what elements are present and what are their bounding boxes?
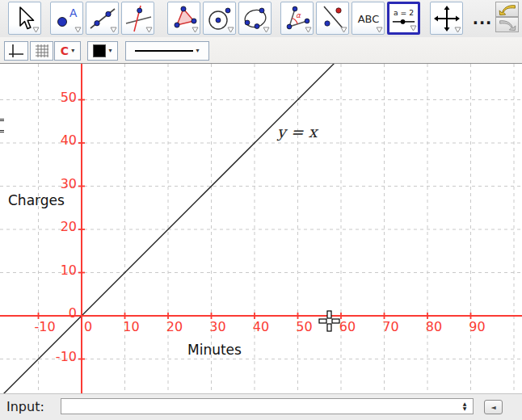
- svg-text:20: 20: [166, 319, 183, 334]
- svg-text:0: 0: [84, 319, 92, 334]
- input-help-toggle-button[interactable]: ◄: [484, 400, 503, 414]
- grid-icon: [34, 43, 50, 59]
- y-axis-caption: Charges: [8, 192, 65, 208]
- stylebar: C ▾ ▾ ▾: [0, 37, 522, 64]
- line-equation-label: y = x: [277, 123, 317, 141]
- svg-text:10: 10: [123, 319, 139, 334]
- graph-canvas[interactable]: -100102030405060708090-1001020304050: [0, 64, 522, 393]
- graphics-view[interactable]: -100102030405060708090-1001020304050 Cha…: [0, 64, 522, 393]
- svg-text:50: 50: [296, 319, 312, 334]
- tool-dropdown-icon[interactable]: [410, 25, 417, 32]
- svg-text:0: 0: [69, 305, 77, 321]
- circle-tool-button[interactable]: [203, 2, 236, 35]
- svg-text:70: 70: [382, 319, 398, 334]
- tool-dropdown-icon[interactable]: [376, 27, 383, 33]
- magnet-icon: C: [61, 45, 69, 57]
- tool-dropdown-icon[interactable]: [305, 27, 312, 33]
- svg-text:A: A: [69, 6, 78, 19]
- svg-text:20: 20: [61, 219, 77, 234]
- color-swatch: [93, 44, 106, 57]
- text-tool-button[interactable]: ABC: [352, 2, 385, 35]
- svg-text:80: 80: [426, 319, 442, 334]
- svg-text:30: 30: [61, 176, 77, 191]
- svg-text:40: 40: [61, 132, 77, 148]
- toggle-grid-button[interactable]: [30, 41, 53, 61]
- tool-dropdown-icon[interactable]: [110, 27, 117, 33]
- svg-text:50: 50: [61, 90, 77, 105]
- svg-text:ABC: ABC: [357, 13, 379, 25]
- angle-tool-button[interactable]: α: [280, 2, 314, 35]
- svg-text:40: 40: [253, 319, 269, 334]
- reflect-tool-button[interactable]: [316, 2, 349, 35]
- redo-button[interactable]: [495, 17, 519, 32]
- tool-dropdown-icon[interactable]: [454, 27, 461, 33]
- tool-dropdown-icon[interactable]: [340, 27, 347, 33]
- input-history-spinner[interactable]: ▲ ▼: [460, 400, 469, 413]
- x-axis-caption: Minutes: [187, 342, 242, 358]
- tool-dropdown-icon[interactable]: [263, 27, 270, 33]
- svg-text:60: 60: [339, 319, 356, 334]
- toggle-axes-button[interactable]: [4, 41, 28, 61]
- move-cursor-icon: [318, 310, 340, 332]
- input-label: Input:: [6, 399, 44, 414]
- axes-icon: [7, 43, 25, 59]
- undo-button[interactable]: [495, 2, 519, 17]
- line-tool-button[interactable]: [86, 2, 119, 35]
- geogebra-window: A: [0, 0, 522, 420]
- svg-text:α: α: [296, 11, 301, 19]
- point-capturing-button[interactable]: C ▾: [54, 41, 81, 61]
- caret-down-icon: ▾: [196, 48, 199, 54]
- svg-text:90: 90: [469, 319, 485, 334]
- caret-down-icon: ▾: [108, 48, 112, 54]
- caret-down-icon: ▾: [71, 48, 74, 54]
- redo-icon: [498, 19, 517, 31]
- svg-text:a = 2: a = 2: [394, 8, 414, 17]
- tool-dropdown-icon[interactable]: [74, 27, 82, 33]
- input-bar: Input: ▲ ▼ ◄: [0, 393, 522, 420]
- point-tool-button[interactable]: A: [50, 2, 83, 35]
- panel-splitter-grip[interactable]: [0, 119, 4, 132]
- toolbar: A: [0, 0, 522, 38]
- svg-text:-10: -10: [56, 349, 77, 364]
- triangle-left-icon: ◄: [490, 404, 495, 411]
- svg-text:10: 10: [61, 262, 77, 278]
- undo-icon: [498, 3, 517, 15]
- perpendicular-line-tool-button[interactable]: [121, 2, 154, 35]
- slider-tool-button[interactable]: a = 2: [387, 2, 420, 35]
- ellipse-tool-button[interactable]: [238, 2, 272, 35]
- move-tool-button[interactable]: [8, 2, 41, 35]
- more-tools-button[interactable]: ...: [471, 2, 494, 35]
- polygon-tool-button[interactable]: [167, 2, 200, 35]
- color-picker-button[interactable]: ▾: [87, 41, 118, 61]
- line-style-icon: [135, 50, 193, 52]
- move-graphics-view-tool-button[interactable]: [430, 2, 463, 35]
- svg-text:-10: -10: [34, 319, 55, 334]
- tool-dropdown-icon[interactable]: [192, 27, 199, 33]
- command-input[interactable]: [61, 398, 474, 414]
- spinner-down-icon[interactable]: ▼: [463, 406, 467, 411]
- tool-dropdown-icon[interactable]: [32, 27, 40, 33]
- line-style-button[interactable]: ▾: [125, 41, 209, 61]
- svg-text:30: 30: [209, 319, 225, 334]
- tool-dropdown-icon[interactable]: [145, 27, 153, 33]
- tool-dropdown-icon[interactable]: [227, 27, 234, 33]
